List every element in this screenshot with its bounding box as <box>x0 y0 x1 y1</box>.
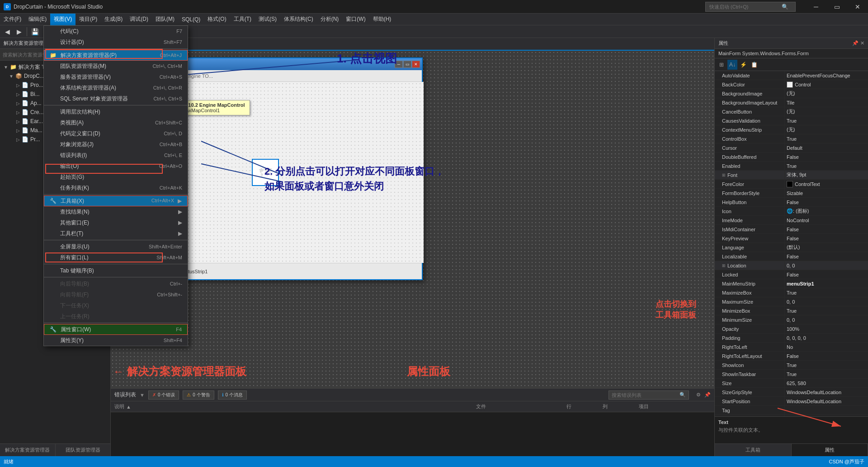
minimize-button[interactable]: ─ <box>806 0 826 14</box>
quick-launch-search[interactable]: 🔍 <box>705 2 796 12</box>
prop-autovalidate[interactable]: AutoValidate EnablePreventFocusChange <box>715 71 868 80</box>
prop-backgroundimagelayout[interactable]: BackgroundImageLayout Tile <box>715 98 868 107</box>
menu-item-taborder[interactable]: Tab 键顺序(B) <box>44 265 188 276</box>
menu-item-navfwd[interactable]: 向前导航(F) Ctrl+Shift+- <box>44 289 188 300</box>
prop-mainmenustrip[interactable]: MainMenuStrip menuStrip1 <box>715 279 868 288</box>
form-restore-btn[interactable]: ▭ <box>403 61 411 68</box>
menu-sql[interactable]: SQL(Q) <box>178 14 204 25</box>
props-tab-properties[interactable]: 属性 <box>792 444 868 456</box>
col-line[interactable]: 行 <box>563 403 599 410</box>
prop-localizable[interactable]: Localizable False <box>715 252 868 261</box>
prop-icon[interactable]: Icon 🌐: (图标) <box>715 207 868 216</box>
save-button[interactable]: 💾 <box>29 26 40 37</box>
prop-enabled[interactable]: Enabled True <box>715 162 868 171</box>
prop-minimumsize[interactable]: MinimumSize 0, 0 <box>715 315 868 324</box>
menu-debug[interactable]: 调试(D) <box>126 14 152 25</box>
menu-project[interactable]: 项目(P) <box>75 14 101 25</box>
menu-item-errorlist[interactable]: 错误列表(I) Ctrl+\, E <box>44 150 188 161</box>
menu-item-server-explorer[interactable]: 服务器资源管理器(V) Ctrl+Alt+S <box>44 71 188 82</box>
menu-test[interactable]: 测试(S) <box>255 14 280 25</box>
prop-size[interactable]: Size 625, 580 <box>715 379 868 388</box>
prop-maximizebox[interactable]: MaximizeBox True <box>715 288 868 297</box>
menu-item-output[interactable]: 输出(O) Ctrl+Alt+O <box>44 161 188 172</box>
prop-backgroundimage[interactable]: BackgroundImage (无) <box>715 89 868 98</box>
prop-doublebuffered[interactable]: DoubleBuffered False <box>715 152 868 162</box>
menu-item-otherwindows[interactable]: 其他窗口(E) ▶ <box>44 217 188 228</box>
map-control[interactable]: 🗺 <box>252 159 279 186</box>
menu-item-callhierarchy[interactable]: 调用层次结构(H) <box>44 106 188 117</box>
warning-filter-btn[interactable]: ⚠ 0 个警告 <box>183 391 214 400</box>
quick-launch-input[interactable] <box>709 4 782 10</box>
prop-opacity[interactable]: Opacity 100% <box>715 324 868 334</box>
col-file[interactable]: 文件 <box>472 403 563 410</box>
menu-arch[interactable]: 体系结构(C) <box>280 14 317 25</box>
error-panel-settings[interactable]: ⚙ <box>696 392 701 398</box>
form-designer[interactable]: 🖥 ls Application ─ ▭ ✕ Engine ToolbarCon… <box>111 51 714 388</box>
message-filter-btn[interactable]: ℹ 0 个消息 <box>218 391 247 400</box>
props-alphabetical-btn[interactable]: A↓ <box>727 60 737 70</box>
prop-sizegripstyle[interactable]: SizeGripStyle WindowsDefaultLocation <box>715 388 868 397</box>
restore-button[interactable]: ▭ <box>826 0 847 14</box>
form-close-btn[interactable]: ✕ <box>412 61 420 68</box>
prop-language[interactable]: Language (默认) <box>715 243 868 252</box>
tab-team-explorer[interactable]: 团队资源管理器 <box>56 444 111 456</box>
menu-item-solution-explorer[interactable]: 📁解决方案资源管理器(P) Ctrl+Alt+J <box>44 50 188 61</box>
menu-item-properties-window[interactable]: 🔧属性窗口(W) F4 <box>44 324 188 335</box>
menu-item-arch-explorer[interactable]: 体系结构资源管理器(A) Ctrl+\, Ctrl+R <box>44 82 188 93</box>
prop-padding[interactable]: Padding 0, 0, 0, 0 <box>715 334 868 343</box>
tab-solution-explorer[interactable]: 解决方案资源管理器 <box>0 444 56 456</box>
menu-item-classview[interactable]: 类视图(A) Ctrl+Shift+C <box>44 117 188 128</box>
prop-formborderstyle[interactable]: FormBorderStyle Sizable <box>715 189 868 198</box>
menu-item-navback[interactable]: 向后导航(B) Ctrl+- <box>44 278 188 289</box>
menu-view[interactable]: 视图(V) <box>50 14 75 25</box>
prop-backcolor[interactable]: BackColor Control <box>715 80 868 89</box>
col-project[interactable]: 项目 <box>635 403 703 410</box>
menu-item-findresults[interactable]: 查找结果(N) ▶ <box>44 206 188 217</box>
prop-controlbox[interactable]: ControlBox True <box>715 134 868 143</box>
props-pages-btn[interactable]: 📋 <box>749 60 759 70</box>
menu-analyze[interactable]: 分析(N) <box>317 14 343 25</box>
col-col[interactable]: 列 <box>599 403 635 410</box>
prop-tag[interactable]: Tag <box>715 406 868 415</box>
back-button[interactable]: ◀ <box>2 26 13 37</box>
props-tab-toolbox[interactable]: 工具箱 <box>715 444 792 456</box>
prop-maximumsize[interactable]: MaximumSize 0, 0 <box>715 297 868 306</box>
menu-window[interactable]: 窗口(W) <box>342 14 369 25</box>
col-description[interactable]: 说明 ▲ <box>111 403 472 410</box>
menu-item-startpage[interactable]: 起始页(G) <box>44 172 188 182</box>
menu-edit[interactable]: 编辑(E) <box>25 14 50 25</box>
error-search-input[interactable] <box>612 392 679 398</box>
prop-helpbutton[interactable]: HelpButton False <box>715 198 868 207</box>
menu-item-toolbar[interactable]: 工具栏(T) ▶ <box>44 228 188 239</box>
menu-file[interactable]: 文件(F) <box>0 14 25 25</box>
prop-imemode[interactable]: ImeMode NoControl <box>715 216 868 225</box>
prop-ismdicontainer[interactable]: IsMdiContainer False <box>715 225 868 234</box>
menu-team[interactable]: 团队(M) <box>152 14 178 25</box>
props-events-btn[interactable]: ⚡ <box>738 60 748 70</box>
menu-item-code[interactable]: 代码(C) F7 <box>44 26 188 37</box>
menu-help[interactable]: 帮助(H) <box>369 14 395 25</box>
forward-button[interactable]: ▶ <box>14 26 24 37</box>
menu-item-propertypage[interactable]: 属性页(Y) Shift+F4 <box>44 335 188 346</box>
prop-contextmenustrip[interactable]: ContextMenuStrip (无) <box>715 125 868 134</box>
prop-righttoleftlayout[interactable]: RightToLeftLayout False <box>715 352 868 361</box>
error-filter-btn[interactable]: ✗ 0 个错误 <box>148 391 179 400</box>
prop-righttoleft[interactable]: RightToLeft No <box>715 343 868 352</box>
menu-format[interactable]: 格式(O) <box>204 14 230 25</box>
prop-location[interactable]: ⊞ Location 0, 0 <box>715 261 868 270</box>
menu-item-tasklist[interactable]: 任务列表(K) Ctrl+Alt+K <box>44 182 188 193</box>
close-button[interactable]: ✕ <box>847 0 868 14</box>
prop-showintaskbar[interactable]: ShowInTaskbar True <box>715 370 868 379</box>
prop-keypreview[interactable]: KeyPreview False <box>715 234 868 243</box>
prop-forecolor[interactable]: ForeColor ControlText <box>715 180 868 189</box>
prop-minimizebox[interactable]: MinimizeBox True <box>715 306 868 315</box>
menu-item-toolbox[interactable]: 🔧工具箱(X) Ctrl+Alt+X ▶ <box>44 195 188 206</box>
menu-item-allwindows[interactable]: 所有窗口(L) Shift+Alt+M <box>44 252 188 263</box>
error-search[interactable]: 🔍 <box>609 391 689 400</box>
menu-item-sql-explorer[interactable]: SQL Server 对象资源管理器 Ctrl+\, Ctrl+S <box>44 93 188 104</box>
prop-locked[interactable]: Locked False <box>715 270 868 279</box>
props-categorized-btn[interactable]: ⊞ <box>717 60 726 70</box>
menu-build[interactable]: 生成(B) <box>101 14 126 25</box>
prop-startposition[interactable]: StartPosition WindowsDefaultLocation <box>715 397 868 406</box>
prop-cursor[interactable]: Cursor Default <box>715 143 868 152</box>
